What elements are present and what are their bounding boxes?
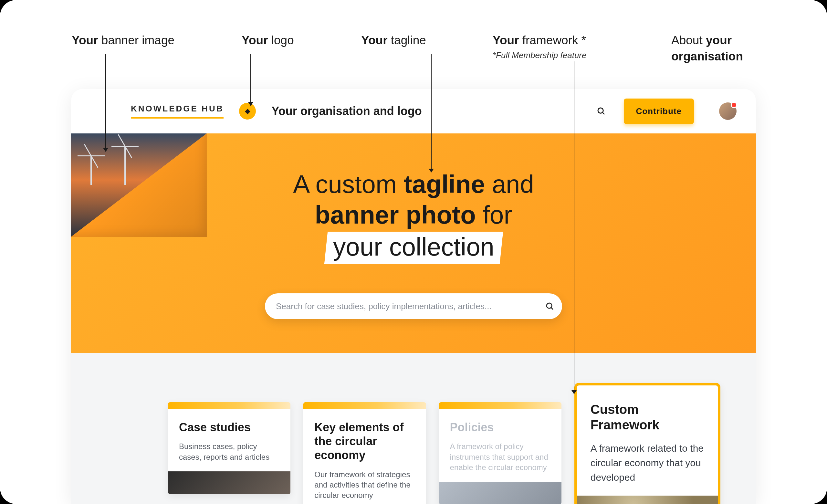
- contribute-button[interactable]: Contribute: [624, 99, 694, 124]
- tagline-highlight-text: your collection: [333, 232, 494, 262]
- svg-point-2: [547, 303, 552, 308]
- diamond-icon: ◆: [245, 107, 250, 115]
- svg-line-1: [602, 112, 604, 114]
- anno-logo: Your logo: [242, 32, 294, 48]
- card-stripe: [303, 402, 426, 409]
- card-stripe: [168, 402, 290, 409]
- card-title: Policies: [450, 420, 550, 434]
- card-desc: A framework of policy instruments that s…: [450, 441, 550, 473]
- search-button[interactable]: [594, 104, 608, 118]
- avatar[interactable]: [719, 102, 736, 120]
- card-policies[interactable]: Policies A framework of policy instrumen…: [439, 402, 562, 504]
- anno-tagline: Your tagline: [361, 32, 426, 48]
- banner-tagline: A custom tagline and banner photo for yo…: [293, 169, 534, 264]
- anno-text: logo: [268, 34, 294, 47]
- tagline-highlight: your collection: [324, 232, 503, 264]
- anno-bold: Your: [361, 34, 388, 47]
- anno-subtext: *Full Membership feature: [493, 50, 586, 61]
- cards-row: Case studies Business cases, policy case…: [168, 402, 720, 504]
- anno-text: banner image: [98, 34, 175, 47]
- anno-text: About: [671, 34, 706, 47]
- anno-about-org: About your organisation: [671, 32, 762, 65]
- card-thumb: [439, 482, 562, 504]
- card-desc: Business cases, policy cases, reports an…: [179, 441, 280, 462]
- org-name: Your organisation and logo: [271, 104, 422, 118]
- anno-bold: Your: [242, 34, 268, 47]
- annotations-row: Your banner image Your logo Your tagline…: [0, 32, 827, 84]
- tagline-bold: banner photo: [315, 201, 476, 229]
- card-title: Case studies: [179, 420, 280, 434]
- tagline-bold: tagline: [404, 170, 485, 198]
- wind-turbine-icon: [91, 156, 92, 185]
- callout-arrow: [572, 390, 577, 394]
- search-submit[interactable]: [542, 299, 557, 314]
- tagline-text: A custom: [293, 170, 403, 198]
- anno-banner-image: Your banner image: [72, 32, 175, 48]
- knowledge-hub-label[interactable]: KNOWLEDGE HUB: [131, 104, 224, 118]
- topbar: KNOWLEDGE HUB ◆ Your organisation and lo…: [71, 89, 756, 134]
- separator: [536, 299, 536, 314]
- product-screenshot-frame: Your banner image Your logo Your tagline…: [0, 0, 827, 504]
- search-icon: [545, 301, 555, 311]
- card-desc: A framework related to the circular econ…: [590, 441, 704, 485]
- card-title: Key elements of the circular economy: [314, 420, 415, 462]
- callout-arrow: [248, 102, 253, 106]
- anno-bold: Your: [72, 34, 98, 47]
- banner-corner: [71, 134, 207, 237]
- tagline-text: for: [476, 201, 513, 229]
- anno-framework: Your framework * *Full Membership featur…: [493, 32, 586, 61]
- org-logo: ◆: [239, 103, 256, 119]
- search-icon: [596, 106, 606, 116]
- search-input[interactable]: [276, 301, 530, 311]
- anno-bold: Your: [493, 34, 519, 47]
- anno-text: tagline: [388, 34, 426, 47]
- card-title: Custom Framework: [590, 402, 704, 433]
- wind-turbine-icon: [125, 146, 126, 185]
- callout-arrow: [429, 169, 434, 172]
- svg-line-3: [551, 308, 553, 309]
- card-desc: Our framework of strategies and activiti…: [314, 469, 415, 501]
- card-stripe: [439, 402, 562, 409]
- tagline-text: and: [485, 170, 534, 198]
- site-preview: KNOWLEDGE HUB ◆ Your organisation and lo…: [71, 89, 756, 504]
- card-key-elements[interactable]: Key elements of the circular economy Our…: [303, 402, 426, 504]
- banner-search: [265, 293, 562, 319]
- card-thumb: [577, 496, 718, 504]
- banner: A custom tagline and banner photo for yo…: [71, 134, 756, 353]
- card-thumb: [168, 471, 290, 494]
- svg-point-0: [598, 108, 603, 113]
- callout-line: [574, 61, 574, 391]
- callout-arrow: [103, 148, 108, 152]
- card-case-studies[interactable]: Case studies Business cases, policy case…: [168, 402, 290, 494]
- anno-text: framework *: [519, 34, 586, 47]
- card-custom-framework[interactable]: Custom Framework A framework related to …: [574, 383, 720, 504]
